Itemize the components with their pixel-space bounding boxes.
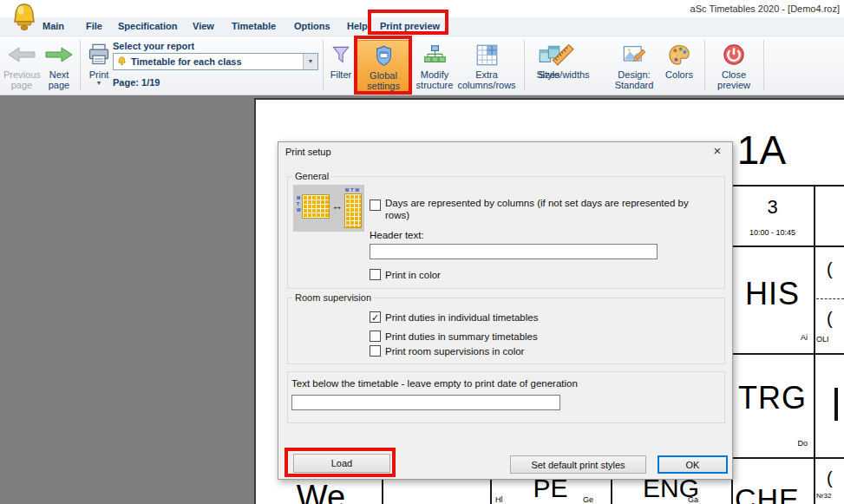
- menu-help[interactable]: Help: [347, 21, 368, 31]
- toolbar-separator: [763, 40, 764, 90]
- next-page-button[interactable]: Next page: [42, 40, 76, 90]
- duties-individual-label: Print duties in individual timetables: [385, 311, 538, 324]
- print-dropdown-arrow-icon[interactable]: ▼: [96, 80, 102, 87]
- annotation-box-load: [285, 448, 396, 477]
- design-label: Design: Standard: [610, 69, 658, 90]
- next-page-arrow-icon: [44, 40, 74, 69]
- filter-label: Filter: [330, 69, 351, 80]
- select-report-label: Select your report: [113, 41, 194, 51]
- annotation-box-global-settings: [354, 36, 412, 95]
- power-icon: [722, 40, 746, 69]
- chevron-down-icon: ▼: [308, 58, 314, 65]
- window-title: aSc Timetables 2020 - [Demo4.roz]: [690, 3, 840, 14]
- lesson-teacher: Do: [731, 439, 808, 448]
- day-letters: MTW: [345, 187, 359, 193]
- extra-columns-rows-label: Extra columns/rows: [455, 69, 519, 90]
- split-lesson-divider: [816, 298, 844, 299]
- header-text-input[interactable]: [370, 244, 658, 259]
- lesson-teacher: Ge: [583, 495, 593, 504]
- menu-timetable[interactable]: Timetable: [232, 21, 276, 31]
- swap-arrow-icon: ↔: [331, 200, 343, 213]
- menu-main[interactable]: Main: [43, 21, 64, 31]
- lesson-subject: HIS: [731, 276, 814, 312]
- lesson-room: Nr32: [816, 492, 831, 500]
- previous-page-arrow-icon: [7, 40, 36, 69]
- close-preview-label: Close preview: [713, 69, 755, 90]
- toolbar-separator: [80, 40, 81, 90]
- annotation-box-print-preview: [368, 10, 448, 35]
- period-number: 3: [731, 196, 814, 219]
- clipped-text-fragment: (: [827, 468, 833, 488]
- lesson-subject: CHE: [735, 482, 800, 504]
- days-as-columns-label: Days are represented by columns (if not …: [385, 197, 708, 221]
- supervisions-color-label: Print room supervisions in color: [385, 345, 524, 357]
- report-select-value: Timetable for each class: [128, 56, 303, 67]
- asc-bell-logo-icon: [7, 1, 42, 36]
- clipped-text-fragment: (: [827, 309, 833, 329]
- day-letters: MTW: [297, 195, 301, 213]
- report-bell-icon: [116, 56, 128, 68]
- partial-letter-fragment: [834, 388, 838, 421]
- extra-columns-rows-button[interactable]: Extra columns/rows: [455, 40, 519, 90]
- supervisions-color-checkbox[interactable]: [370, 345, 381, 357]
- ok-button[interactable]: OK: [658, 455, 728, 474]
- print-in-color-label: Print in color: [385, 269, 441, 281]
- duties-individual-checkbox[interactable]: ✓: [370, 311, 381, 323]
- colors-label: Colors: [665, 69, 693, 80]
- lesson-teacher: Hl: [495, 495, 503, 504]
- toolbar: Previous page Next page Print ▼ Sele: [0, 36, 844, 95]
- page-indicator: Page: 1/19: [113, 77, 160, 88]
- lesson-teacher: OLI: [816, 335, 829, 344]
- footer-text-input[interactable]: [291, 395, 560, 410]
- ruler-icon: [551, 40, 575, 69]
- days-orientation-icon: MTW ↔ MTW: [293, 185, 364, 232]
- print-label: Print: [89, 69, 109, 80]
- previous-page-label: Previous page: [3, 69, 40, 90]
- menu-file[interactable]: File: [86, 21, 102, 31]
- print-button[interactable]: Print ▼: [83, 40, 114, 87]
- toolbar-separator: [704, 40, 705, 90]
- menu-view[interactable]: View: [193, 21, 214, 31]
- app-window: aSc Timetables 2020 - [Demo4.roz] Main F…: [0, 0, 844, 504]
- grid-icon: [475, 40, 499, 69]
- print-in-color-checkbox[interactable]: [370, 269, 381, 280]
- lesson-subject: TRG: [731, 380, 814, 416]
- filter-funnel-icon: [330, 40, 352, 69]
- org-chart-icon: [423, 40, 447, 69]
- design-button[interactable]: Design: Standard: [609, 40, 659, 90]
- print-setup-dialog: Print setup × General MTW ↔ MTW Days are…: [278, 141, 733, 480]
- lesson-teacher: Ga: [688, 495, 698, 504]
- header-text-label: Header text:: [370, 229, 424, 241]
- modify-structure-button[interactable]: Modify structure: [413, 40, 456, 90]
- duties-summary-label: Print duties in summary timetables: [385, 331, 538, 343]
- set-default-print-styles-button[interactable]: Set default print styles: [510, 455, 646, 474]
- colors-button[interactable]: Colors: [661, 40, 697, 80]
- days-as-columns-checkbox[interactable]: [370, 200, 381, 211]
- modify-structure-label: Modify structure: [412, 69, 457, 90]
- day-label: We: [260, 479, 382, 504]
- menu-specification[interactable]: Specification: [118, 21, 177, 31]
- sizes-widths-button[interactable]: Sizes/widths: [535, 40, 591, 80]
- close-preview-button[interactable]: Close preview: [711, 40, 756, 90]
- room-supervision-group-label: Room supervision: [292, 292, 374, 303]
- design-picture-pencil-icon: [622, 40, 646, 69]
- footer-text-label: Text below the timetable - leave empty t…: [291, 377, 578, 389]
- menu-options[interactable]: Options: [294, 21, 330, 31]
- toolbar-separator: [323, 40, 324, 90]
- period-time: 10:00 - 10:45: [731, 228, 814, 237]
- previous-page-button[interactable]: Previous page: [3, 40, 40, 90]
- report-select-arrow[interactable]: ▼: [303, 54, 317, 69]
- duties-summary-checkbox[interactable]: [370, 331, 381, 342]
- printer-icon: [87, 40, 111, 69]
- lesson-teacher: Ai: [731, 333, 808, 342]
- dialog-title: Print setup: [285, 147, 331, 157]
- table-line: [814, 185, 815, 504]
- clipped-text-fragment: (: [827, 259, 833, 279]
- general-group-label: General: [292, 171, 331, 181]
- next-page-label: Next page: [44, 69, 74, 90]
- sizes-widths-label: Sizes/widths: [536, 69, 589, 80]
- report-select[interactable]: Timetable for each class ▼: [113, 53, 318, 70]
- palette-icon: [667, 40, 691, 69]
- dialog-close-icon[interactable]: ×: [708, 143, 727, 160]
- filter-button[interactable]: Filter: [326, 40, 356, 80]
